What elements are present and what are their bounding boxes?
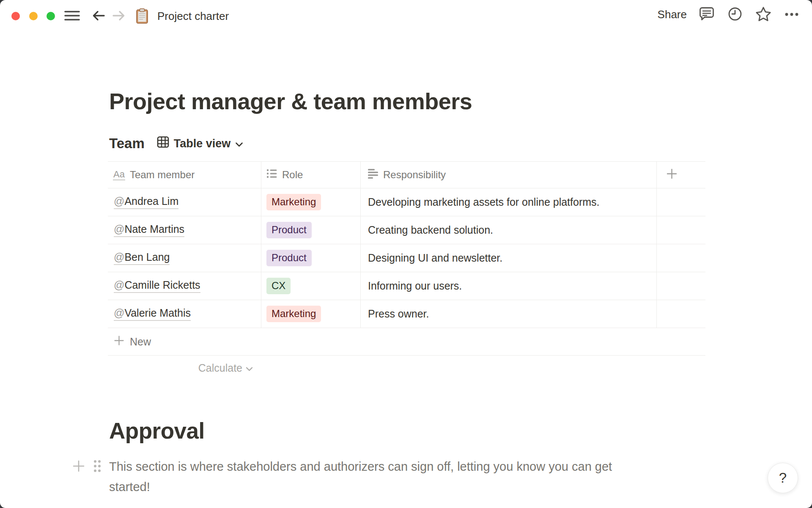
new-row-label: New [130, 336, 151, 348]
plus-icon [72, 460, 85, 474]
team-member-cell[interactable]: @Ben Lang [108, 244, 261, 272]
responsibility-cell[interactable]: Designing UI and newsletter. [361, 244, 657, 272]
comments-button[interactable] [698, 7, 715, 22]
sidebar-menu-button[interactable] [63, 10, 80, 22]
team-member-cell[interactable]: @Nate Martins [108, 216, 261, 244]
person-mention[interactable]: @Ben Lang [114, 251, 170, 265]
team-table: Aa Team member Role Responsibility [108, 161, 705, 380]
empty-cell [657, 188, 705, 216]
arrow-right-icon [112, 9, 126, 24]
comment-bubble-icon [699, 6, 715, 23]
chevron-down-icon [246, 362, 253, 374]
calculate-button[interactable]: Calculate [108, 356, 261, 380]
responsibility-text: Press owner. [368, 308, 429, 320]
forward-button[interactable] [110, 8, 127, 24]
drag-handle[interactable] [91, 459, 103, 474]
arrow-left-icon [91, 9, 106, 24]
column-label: Team member [130, 169, 195, 181]
responsibility-cell[interactable]: Developing marketing assets for online p… [361, 188, 657, 216]
ellipsis-icon [785, 11, 799, 18]
column-label: Responsibility [383, 169, 446, 181]
star-icon [755, 6, 771, 23]
calculate-label: Calculate [198, 362, 242, 374]
paragraph-line: started! [109, 477, 697, 497]
updates-button[interactable] [727, 7, 743, 22]
role-cell[interactable]: Marketing [261, 300, 361, 328]
column-header-responsibility[interactable]: Responsibility [361, 162, 657, 188]
drag-handle-icon [93, 459, 102, 475]
text-lines-icon [368, 168, 379, 181]
favorite-button[interactable] [755, 7, 772, 22]
paragraph-block[interactable]: This section is where stakeholders and a… [109, 456, 697, 497]
plus-icon [666, 168, 678, 182]
share-button[interactable]: Share [658, 8, 687, 21]
role-badge[interactable]: CX [266, 278, 291, 294]
empty-cell [657, 272, 705, 300]
window-zoom-button[interactable] [47, 12, 55, 20]
clipboard-icon [135, 8, 149, 24]
window-minimize-button[interactable] [29, 12, 38, 20]
help-button[interactable]: ? [768, 463, 798, 493]
empty-cell [657, 216, 705, 244]
hamburger-menu-icon [64, 10, 80, 22]
table-row: @Ben LangProductDesigning UI and newslet… [108, 244, 705, 272]
table-row: @Nate MartinsProductCreating backend sol… [108, 216, 705, 244]
role-badge[interactable]: Product [266, 222, 312, 238]
responsibility-text: Creating backend solution. [368, 224, 493, 236]
window-close-button[interactable] [11, 12, 20, 20]
app-window: Project charter Share [0, 0, 812, 508]
person-mention[interactable]: @Andrea Lim [114, 195, 178, 210]
database-title[interactable]: Team [109, 135, 145, 152]
column-header-team-member[interactable]: Aa Team member [108, 162, 261, 188]
top-bar: Project charter Share [0, 0, 812, 27]
table-row: @Camille RickettsCXInforming our users. [108, 272, 705, 300]
role-cell[interactable]: Marketing [261, 188, 361, 216]
responsibility-cell[interactable]: Informing our users. [361, 272, 657, 300]
page-title[interactable]: Project manager & team members [109, 87, 472, 115]
topbar-actions: Share [658, 7, 800, 22]
person-mention[interactable]: @Camille Ricketts [114, 279, 200, 293]
role-badge[interactable]: Marketing [266, 194, 321, 210]
column-header-role[interactable]: Role [261, 162, 361, 188]
empty-cell [657, 300, 705, 328]
text-aa-icon: Aa [113, 169, 125, 180]
responsibility-text: Designing UI and newsletter. [368, 252, 502, 264]
chevron-down-icon [235, 137, 243, 150]
add-column-button[interactable] [657, 162, 705, 188]
role-cell[interactable]: Product [261, 244, 361, 272]
team-member-cell[interactable]: @Andrea Lim [108, 188, 261, 216]
empty-cell [657, 244, 705, 272]
back-button[interactable] [90, 8, 107, 24]
breadcrumb-page-title[interactable]: Project charter [157, 9, 229, 23]
role-badge[interactable]: Marketing [266, 306, 321, 322]
question-mark-label: ? [779, 470, 787, 486]
clock-icon [727, 6, 743, 23]
column-label: Role [282, 169, 303, 181]
team-member-cell[interactable]: @Camille Ricketts [108, 272, 261, 300]
paragraph-line: This section is where stakeholders and a… [109, 456, 697, 477]
table-view-label: Table view [174, 137, 231, 150]
table-header-row: Aa Team member Role Responsibility [108, 161, 705, 188]
database-header: Team Table view [109, 134, 243, 153]
approval-heading[interactable]: Approval [109, 417, 205, 444]
add-block-button[interactable] [72, 460, 85, 473]
new-row-button[interactable]: New [108, 328, 705, 356]
role-cell[interactable]: CX [261, 272, 361, 300]
responsibility-cell[interactable]: Press owner. [361, 300, 657, 328]
person-mention[interactable]: @Nate Martins [114, 223, 184, 237]
person-mention[interactable]: @Valerie Mathis [114, 307, 191, 321]
responsibility-text: Informing our users. [368, 280, 462, 292]
plus-icon [114, 335, 124, 348]
table-grid-icon [157, 136, 169, 151]
more-options-button[interactable] [783, 7, 800, 22]
responsibility-cell[interactable]: Creating backend solution. [361, 216, 657, 244]
select-list-icon [266, 168, 277, 181]
role-badge[interactable]: Product [266, 250, 312, 266]
responsibility-text: Developing marketing assets for online p… [368, 196, 600, 208]
table-body: @Andrea LimMarketingDeveloping marketing… [108, 188, 705, 328]
table-row: @Andrea LimMarketingDeveloping marketing… [108, 188, 705, 216]
team-member-cell[interactable]: @Valerie Mathis [108, 300, 261, 328]
role-cell[interactable]: Product [261, 216, 361, 244]
table-view-switcher[interactable]: Table view [157, 136, 244, 151]
table-row: @Valerie MathisMarketingPress owner. [108, 300, 705, 328]
